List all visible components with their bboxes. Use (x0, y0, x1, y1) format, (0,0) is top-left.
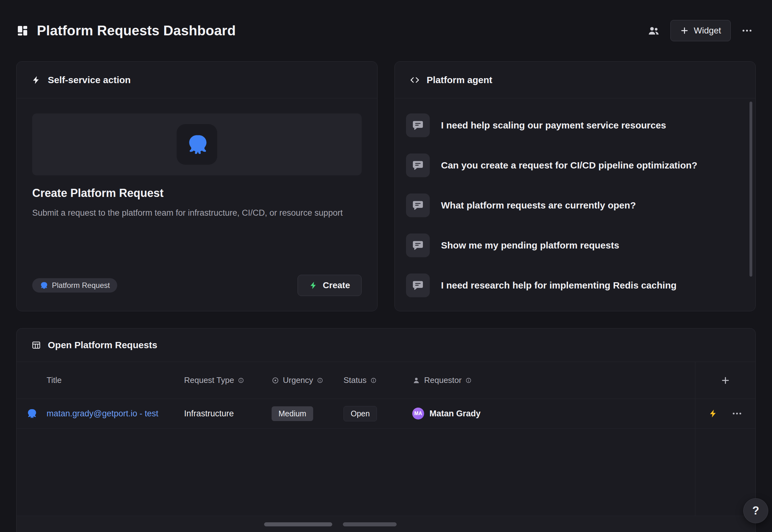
add-widget-label: Widget (694, 26, 721, 36)
action-banner (32, 113, 362, 175)
octopus-icon (40, 281, 48, 289)
bolt-icon (32, 75, 41, 85)
column-requestor-label: Requestor (424, 375, 462, 385)
horizontal-scrollbar-thumb[interactable] (343, 522, 397, 526)
platform-agent-title: Platform agent (427, 75, 492, 85)
plus-icon (721, 376, 730, 385)
table-header-row: Title Request Type Urgency (17, 362, 755, 399)
platform-request-chip[interactable]: Platform Request (32, 278, 117, 293)
info-icon[interactable] (238, 377, 244, 384)
status-badge: Open (343, 406, 377, 421)
circle-dot-icon (272, 377, 279, 384)
bolt-action-icon[interactable] (709, 409, 718, 418)
agent-suggestion[interactable]: I need help scaling our payment service … (406, 105, 744, 145)
question-mark-icon: ? (752, 504, 759, 517)
chat-bubble-icon (406, 153, 430, 177)
column-urgency-label: Urgency (283, 375, 313, 385)
agent-suggestion[interactable]: I need research help for implementing Re… (406, 265, 744, 305)
agent-suggestion-label: What platform requests are currently ope… (441, 200, 636, 211)
port-logo-tile (177, 124, 217, 165)
open-requests-card: Open Platform Requests Title Request Typ… (16, 328, 756, 532)
chat-bubble-icon (406, 113, 430, 137)
agent-suggestion[interactable]: Show me my pending platform requests (406, 225, 744, 265)
column-urgency[interactable]: Urgency (272, 375, 343, 385)
row-title-link[interactable]: matan.grady@getport.io - test (47, 409, 158, 418)
info-icon[interactable] (317, 377, 323, 384)
chat-bubble-icon (406, 274, 430, 297)
table-row[interactable]: matan.grady@getport.io - test Infrastruc… (17, 399, 755, 429)
row-request-type: Infrastructure (184, 409, 272, 419)
add-column-button[interactable] (695, 376, 755, 385)
dashboard-icon (16, 24, 29, 37)
info-icon[interactable] (370, 377, 377, 384)
column-title[interactable]: Title (47, 375, 184, 385)
action-description: Submit a request to the platform team fo… (32, 207, 345, 219)
dashboard-page: Platform Requests Dashboard Widget (0, 0, 772, 532)
create-button[interactable]: Create (298, 275, 362, 296)
column-title-label: Title (47, 375, 62, 385)
ellipsis-icon (741, 25, 753, 36)
agent-suggestion[interactable]: What platform requests are currently ope… (406, 185, 744, 225)
code-icon (410, 75, 420, 85)
avatar: MA (412, 408, 424, 419)
urgency-badge: Medium (272, 406, 313, 421)
platform-agent-card: Platform agent I need help scaling our p… (394, 61, 756, 311)
row-actions (695, 408, 755, 419)
more-options-button[interactable] (738, 22, 756, 39)
chat-bubble-icon (406, 193, 430, 217)
horizontal-scrollbar-thumb[interactable] (264, 522, 332, 526)
open-requests-header: Open Platform Requests (17, 329, 755, 362)
users-button[interactable] (644, 21, 663, 40)
self-service-card: Self-service action Create Platform Requ… (16, 61, 378, 311)
octopus-logo-icon (186, 133, 208, 156)
help-button[interactable]: ? (743, 498, 768, 523)
column-status-label: Status (343, 375, 367, 385)
agent-suggestion[interactable]: Can you create a request for CI/CD pipel… (406, 145, 744, 185)
agent-suggestion-label: Show me my pending platform requests (441, 240, 619, 251)
create-button-label: Create (323, 280, 350, 290)
vertical-scrollbar-thumb[interactable] (749, 102, 752, 277)
chat-bubble-icon (406, 233, 430, 257)
topbar-title-group: Platform Requests Dashboard (16, 23, 236, 38)
topbar: Platform Requests Dashboard Widget (16, 0, 756, 61)
open-requests-title: Open Platform Requests (48, 340, 157, 350)
horizontal-scrollbar-track (17, 516, 755, 532)
column-request-type-label: Request Type (184, 375, 234, 385)
person-icon (412, 376, 420, 384)
chip-label: Platform Request (52, 281, 110, 290)
octopus-icon (17, 408, 47, 419)
requestor-name: Matan Grady (429, 409, 481, 419)
agent-suggestion-list: I need help scaling our payment service … (395, 98, 755, 311)
row-menu-button[interactable] (732, 408, 742, 419)
agent-suggestion-label: I need help scaling our payment service … (441, 120, 666, 131)
self-service-header: Self-service action (17, 62, 377, 98)
column-request-type[interactable]: Request Type (184, 375, 272, 385)
plus-icon (680, 26, 689, 35)
action-title: Create Platform Request (32, 187, 362, 200)
self-service-body: Create Platform Request Submit a request… (17, 98, 377, 311)
add-widget-button[interactable]: Widget (670, 20, 731, 41)
page-title: Platform Requests Dashboard (37, 23, 236, 38)
users-icon (647, 24, 660, 37)
cards-row: Self-service action Create Platform Requ… (16, 61, 756, 311)
bolt-icon (309, 281, 318, 290)
platform-agent-header: Platform agent (395, 62, 755, 98)
column-requestor[interactable]: Requestor (412, 375, 695, 385)
column-status[interactable]: Status (343, 375, 412, 385)
agent-suggestion-label: I need research help for implementing Re… (441, 280, 677, 291)
info-icon[interactable] (465, 377, 472, 384)
table-icon (32, 340, 41, 350)
column-divider (695, 362, 695, 516)
topbar-actions: Widget (644, 20, 756, 41)
agent-suggestion-label: Can you create a request for CI/CD pipel… (441, 160, 697, 171)
self-service-title: Self-service action (48, 75, 131, 85)
self-service-footer: Platform Request Create (32, 275, 362, 296)
requestor-cell: MA Matan Grady (412, 408, 695, 419)
